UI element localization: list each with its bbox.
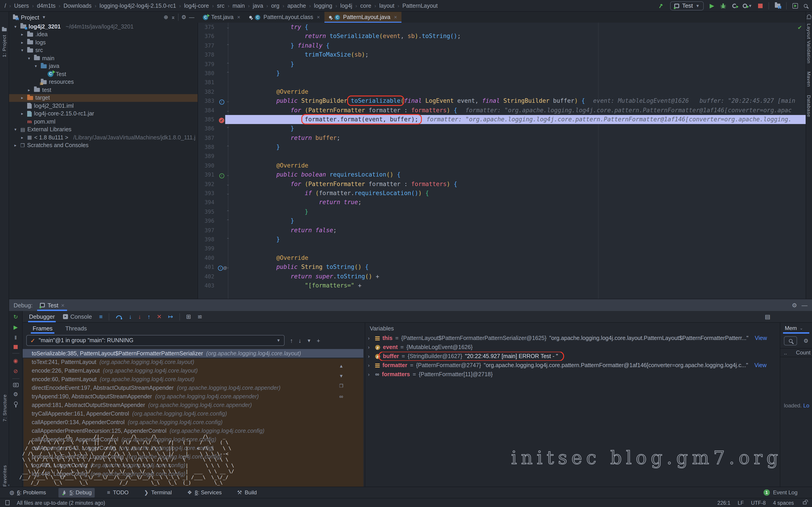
fold-closed-icon[interactable]: ⌃ — [225, 44, 231, 48]
tree-item-log4j2-3201-iml[interactable]: log4j2_3201.iml — [9, 102, 198, 110]
tree-item-pom-xml[interactable]: mpom.xml — [9, 118, 198, 126]
breadcrumb-item-log4j[interactable]: log4j — [340, 2, 352, 9]
code-line-379[interactable]: 379⌃ } — [198, 60, 806, 69]
fold-open-icon[interactable]: ⌄ — [225, 191, 231, 195]
frame-row-totext-241[interactable]: toText:241, PatternLayout(org.apache.log… — [23, 357, 363, 366]
frame-row-trycallappender-161[interactable]: tryCallAppender:161, AppenderControl(org… — [23, 409, 363, 418]
toolwindow-button-problems[interactable]: ◍6: Problems — [6, 488, 49, 497]
breadcrumb-item-d4m1ts[interactable]: d4m1ts — [37, 2, 55, 9]
hide-panel-icon[interactable]: — — [189, 14, 194, 20]
frame-row-callappenderpreventrecursion-125[interactable]: callAppenderPreventRecursion:125, Append… — [23, 427, 363, 435]
locate-file-icon[interactable]: ⊕ — [164, 14, 168, 20]
toolwindow-button-build[interactable]: ⚒Build — [234, 488, 260, 497]
code-line-380[interactable]: 380⌃ } — [198, 69, 806, 78]
pause-icon[interactable]: ‖ — [14, 335, 17, 341]
code-line-397[interactable]: 397 return false; — [198, 226, 806, 235]
breadcrumb-item-users[interactable]: Users — [14, 2, 29, 9]
breadcrumb-item-main[interactable]: main — [233, 2, 245, 9]
gear-icon[interactable]: ⚙ — [181, 14, 186, 20]
filter-frames-icon[interactable]: ▼ — [307, 338, 311, 343]
variable-row-formatter[interactable]: ›formatter = {PatternFormatter@2747} "or… — [365, 361, 779, 370]
indent-setting[interactable]: 4 spaces — [773, 500, 794, 505]
tree-item-java[interactable]: ▾java — [9, 62, 198, 70]
run-configuration-select[interactable]: Test ▼ — [670, 1, 704, 10]
code-line-388[interactable]: 388⌃ } — [198, 143, 806, 152]
chevron-down-icon[interactable]: ▾ — [13, 127, 18, 132]
code-line-390[interactable]: 390 @Override — [198, 161, 806, 170]
toolwindow-button-layout-validation[interactable]: Layout Validation — [806, 23, 812, 64]
fold-open-icon[interactable]: ⌄ — [225, 265, 231, 270]
implements-marker-icon[interactable]: ↑ — [219, 173, 224, 178]
fold-closed-icon[interactable]: ⌃ — [225, 126, 231, 131]
tree-item-external-libraries[interactable]: ▾▤External Libraries — [9, 126, 198, 133]
restore-layout-icon[interactable]: ▤ — [765, 313, 770, 320]
fold-closed-icon[interactable]: ⌃ — [225, 145, 231, 150]
infinity-icon[interactable]: ∞ — [339, 393, 343, 400]
code-editor[interactable]: 375⌄ try {376 return toSerializable(even… — [198, 23, 806, 299]
step-out-icon[interactable]: ↑ — [148, 313, 150, 320]
tree-item-1-8-8u111[interactable]: ▸▦< 1.8 8u111 >/Library/Java/JavaVirtual… — [9, 133, 198, 142]
add-icon[interactable]: + — [317, 337, 320, 344]
frame-row-callappender0-134[interactable]: callAppender0:134, AppenderControl(org.a… — [23, 418, 363, 427]
tree-item-test[interactable]: CTest — [9, 70, 198, 78]
debug-button[interactable] — [720, 2, 726, 9]
chevron-right-icon[interactable]: ▸ — [13, 143, 18, 148]
variable-row-buffer[interactable]: ›pbuffer = {StringBuilder@1627} "20:22:4… — [365, 352, 779, 361]
code-line-385[interactable]: 385✓ formatter.format(event, buffer);for… — [198, 115, 806, 124]
tree-item-main[interactable]: ▾main — [9, 54, 198, 62]
frame-row-toserializable-385[interactable]: toSerializable:385, PatternLayout$Patter… — [23, 349, 363, 357]
variable-row-formatters[interactable]: ›∞formatters = {PatternFormatter[11]@271… — [365, 370, 779, 379]
toolwindow-button-structure[interactable]: 7: Structure — [2, 394, 7, 422]
code-line-394[interactable]: 394 return true; — [198, 198, 806, 207]
tab-frames[interactable]: Frames — [33, 323, 53, 334]
attach-debugger-icon[interactable] — [732, 3, 737, 8]
chevron-right-icon[interactable]: ▸ — [19, 96, 25, 100]
frame-row-log-485[interactable]: log:485, LoggerConfig(org.apache.logging… — [23, 461, 363, 469]
fold-open-icon[interactable]: ⌄ — [225, 108, 231, 112]
tree-item-resources[interactable]: resources — [9, 78, 198, 86]
running-windows-icon[interactable] — [793, 3, 798, 8]
search-everywhere-icon[interactable] — [804, 4, 807, 7]
tree-item-idea[interactable]: ▸.idea — [9, 31, 198, 39]
fold-closed-icon[interactable]: ⌃ — [225, 71, 231, 75]
toolwindow-button-todo[interactable]: ≡TODO — [104, 488, 132, 497]
breadcrumb-item-org[interactable]: org — [271, 2, 280, 9]
caret-position[interactable]: 226:1 — [717, 500, 730, 505]
breadcrumb-item-layout[interactable]: layout — [379, 2, 395, 9]
breadcrumb-item-apache[interactable]: apache — [287, 2, 306, 9]
view-link[interactable]: View — [755, 335, 767, 341]
breadcrumb-item-core[interactable]: core — [360, 2, 371, 9]
hide-panel-icon[interactable]: — — [802, 302, 807, 308]
code-line-400[interactable]: 400 @Override — [198, 253, 806, 263]
stop-button[interactable] — [758, 3, 763, 8]
expander-icon[interactable]: › — [368, 353, 372, 359]
code-line-395[interactable]: 395⌃ } — [198, 207, 806, 217]
fold-closed-icon[interactable]: ⌃ — [225, 210, 231, 214]
breakpoint-icon[interactable]: ✓ — [219, 117, 224, 123]
copy-stack-icon[interactable]: ❐ — [339, 383, 343, 388]
tab-console[interactable]: ▶Console — [62, 311, 93, 322]
breadcrumb-item-src[interactable]: src — [217, 2, 224, 9]
hammer-icon[interactable] — [658, 2, 664, 9]
view-breakpoints-icon[interactable]: ◉ — [13, 357, 18, 364]
editor-tab-patternlayout-class[interactable]: CPatternLayout.class× — [245, 12, 325, 23]
code-line-386[interactable]: 386⌃ } — [198, 124, 806, 133]
frame-row-log-448[interactable]: log:448, LoggerConfig(org.apache.logging… — [23, 469, 363, 478]
chevron-down-icon[interactable]: ▾ — [19, 48, 25, 53]
frame-up-icon[interactable]: ↑ — [290, 337, 293, 344]
toolwindow-button-services[interactable]: ❖8: Services — [184, 488, 225, 497]
line-ending[interactable]: LF — [738, 500, 744, 505]
tree-item-scratches-and-consoles[interactable]: ▸❐Scratches and Consoles — [9, 142, 198, 150]
close-icon[interactable]: × — [317, 14, 320, 20]
frame-row-encode-60[interactable]: encode:60, PatternLayout(org.apache.logg… — [23, 375, 363, 383]
load-classes-link[interactable]: Lo — [803, 402, 809, 409]
frame-row-callappenders-543[interactable]: callAppenders:543, LoggerConfig(org.apac… — [23, 444, 363, 452]
fold-closed-icon[interactable]: ⌃ — [225, 237, 231, 242]
tab-debugger[interactable]: Debugger — [28, 311, 56, 322]
close-icon[interactable]: × — [394, 14, 397, 20]
fold-open-icon[interactable]: ⌄ — [225, 99, 231, 103]
toolwindow-button-database[interactable]: Database — [806, 95, 812, 117]
chevron-down-icon[interactable]: ▾ — [13, 24, 18, 29]
pin-icon[interactable] — [14, 401, 17, 405]
thread-dump-icon[interactable] — [13, 383, 18, 387]
